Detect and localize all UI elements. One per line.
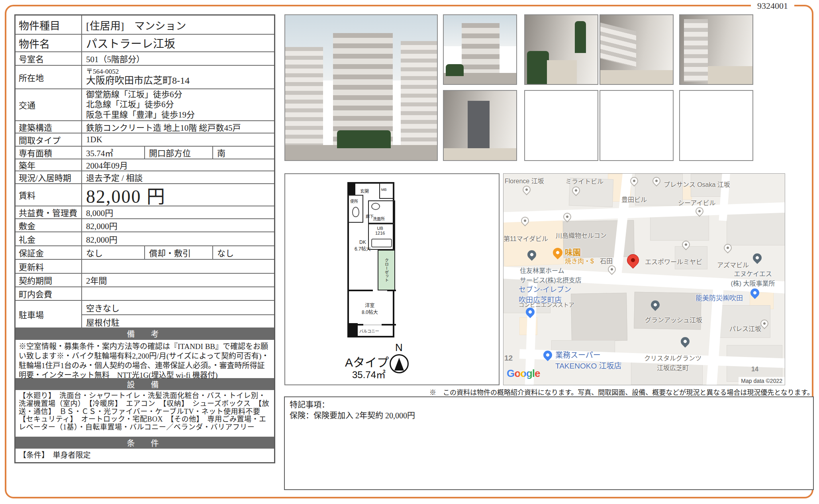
table-row-key-money: 礼金 82,000円 — [16, 231, 274, 245]
row-label: 更新料 — [16, 260, 82, 273]
map-label: 石田 — [600, 256, 613, 265]
address-line: 大阪府吹田市広芝町8-14 — [86, 75, 190, 86]
equipment-text: 【水廻り】 洗面台・シャワートイレ・洗髪洗面化粧台・バス・トイレ別・洗濯機置場（… — [16, 389, 274, 437]
map-label: 住友林業ホーム サービス(株)北摂支店 — [520, 265, 582, 284]
sink-fixture — [371, 203, 380, 210]
route-marker-12: 12 — [504, 354, 513, 363]
table-row-term: 契約期間 2年間 — [16, 273, 274, 286]
label-dk: DK 6.7帖大 — [355, 239, 371, 252]
row-label: 礼金 — [16, 232, 82, 245]
table-row-area: 専有面積 35.74㎡ 開口部方位 南 — [16, 146, 274, 159]
row-value: 82,000円 — [82, 219, 274, 231]
row-label: 敷金 — [16, 219, 82, 231]
photo-decoration — [446, 64, 464, 76]
floorplan-wall — [349, 184, 355, 196]
table-row-built: 築年 2004年09月 — [16, 159, 274, 171]
row-label: 契約期間 — [16, 274, 82, 286]
label-balcony: バルコニー — [359, 328, 379, 334]
remarks-header: 備 考 — [16, 328, 274, 339]
row-value: 501（5階部分） — [82, 52, 274, 65]
row-label: 賃料 — [16, 184, 82, 206]
row-value: 〒564-0052 大阪府吹田市広芝町8-14 — [82, 66, 274, 88]
special-notes-title: 特記事項： — [290, 400, 808, 410]
row-value: 2004年09月 — [82, 159, 274, 171]
row-label: 専有面積 — [16, 147, 82, 159]
map-label: 第11マイダビル — [504, 233, 548, 243]
table-row-layout: 間取タイプ 1DK — [16, 133, 274, 146]
compass-icon — [390, 354, 409, 373]
map-label: エスポワールミヤビ — [645, 257, 702, 266]
table-row-fees: 共益費・管理費 8,000円 — [16, 206, 274, 218]
photo-decoration — [575, 21, 586, 53]
row-value — [82, 287, 274, 300]
bathtub-fixture — [371, 239, 392, 247]
compass-n-label: N — [395, 341, 403, 354]
table-row-room: 号室名 501（5階部分） — [16, 51, 274, 65]
row-value: [住居用] マンション — [82, 16, 274, 34]
map-label: エヌケイエス (株) 大阪事業所 — [725, 269, 781, 288]
row-label: 保証金 — [16, 246, 82, 259]
row-value-2: 南 — [213, 147, 274, 159]
map-block — [571, 293, 627, 341]
row-label: 築年 — [16, 159, 82, 171]
room-bath: UB 1216 — [368, 224, 395, 250]
photo-decoration — [401, 41, 438, 147]
photo-bicycle-parking — [600, 14, 674, 85]
photo-building-main — [284, 14, 438, 161]
photo-decoration — [337, 130, 391, 148]
map-label: プレサンス Osaka 江坂 — [664, 179, 730, 189]
photo-elevator-hall — [443, 90, 517, 161]
document-number: 9324001 — [751, 1, 794, 11]
photo-placeholder-empty — [679, 90, 753, 161]
building-pin[interactable] — [679, 335, 691, 347]
label-bedroom: 洋室 8.0帖大 — [362, 302, 378, 315]
row-value: 35.74㎡ — [82, 147, 144, 159]
photo-decoration — [600, 70, 673, 84]
row-value: 御堂筋線「江坂」徒歩6分 北急線「江坂」徒歩6分 阪急千里線「豊津」徒歩19分 — [82, 89, 274, 120]
floorplan-panel: 玄関 MB 便所 廊下 洗面所 UB 1216 クローゼット DK 6.7帖大 … — [284, 173, 500, 385]
map-block — [503, 220, 564, 266]
toilet-fixture — [352, 207, 359, 217]
map-label: パレス江坂 — [729, 324, 761, 333]
table-row-guarantee: 保証金 なし 償却・敷引 なし — [16, 245, 274, 259]
map-pin-gray[interactable] — [521, 184, 532, 195]
map-label: 豊田ビル — [621, 194, 647, 204]
row-label: 建築構造 — [16, 121, 82, 133]
table-row-structure: 建築構造 鉄筋コンクリート造 地上10階 総戸数45戸 — [16, 120, 274, 133]
map-label: 能美防災㈱吹田 — [696, 292, 743, 302]
row-label: 間取タイプ — [16, 133, 82, 146]
rent-value: 82,000 円 — [82, 184, 274, 206]
row-label: 交通 — [16, 89, 82, 120]
business-pin[interactable] — [751, 251, 763, 264]
table-row-address: 所在地 〒564-0052 大阪府吹田市広芝町8-14 — [16, 65, 274, 88]
disclaimer-text: ※ この資料は物件の概略紹介資料になります。写真、間取図面、設備、概要などが現況… — [284, 387, 814, 397]
table-row-town-fee: 町内会費 — [16, 286, 274, 300]
photo-decoration — [708, 66, 753, 84]
map-label: シーアイビル — [678, 198, 716, 207]
floorplan-area-label: 35.74㎡ — [352, 367, 386, 381]
special-notes-body: 保険：保険要加入 2年契約 20,000円 — [290, 410, 808, 421]
floorplan-wall — [387, 290, 396, 291]
google-logo: Google — [507, 367, 540, 380]
photo-decoration — [468, 101, 490, 149]
postal-code: 〒564-0052 — [86, 68, 119, 75]
row-value: 8,000円 — [82, 206, 274, 218]
row-value: なし — [82, 246, 144, 259]
parking-type: 屋根付駐 — [82, 314, 274, 329]
table-row-parking: 駐車場 空きなし 屋根付駐 — [16, 300, 274, 328]
window-line — [363, 325, 382, 325]
property-table: 物件種目 [住居用] マンション 物件名 パストラーレ江坂 号室名 501（5階… — [14, 14, 275, 463]
row-value-2: なし — [213, 246, 274, 259]
label-washroom: 洗面所 — [373, 216, 385, 222]
map-label: 焼き肉・$ — [565, 256, 594, 265]
map-label: コンビニエンスストア — [519, 300, 574, 308]
map-label: クリスタルグランツ 江坂広芝町 — [639, 353, 707, 372]
row-label-2: 開口部方位 — [144, 147, 213, 159]
table-row-renewal: 更新料 — [16, 259, 274, 273]
row-label: 所在地 — [16, 66, 82, 88]
map-label: Florence 江坂 — [505, 176, 544, 185]
parking-values: 空きなし 屋根付駐 — [82, 301, 274, 328]
row-value: 鉄筋コンクリート造 地上10階 総戸数45戸 — [82, 121, 274, 133]
google-map[interactable]: Florence 江坂 ミライトビル 豊田ビル プレサンス Osaka 江坂 シ… — [503, 173, 785, 385]
route-marker-14: 14 — [751, 366, 758, 373]
